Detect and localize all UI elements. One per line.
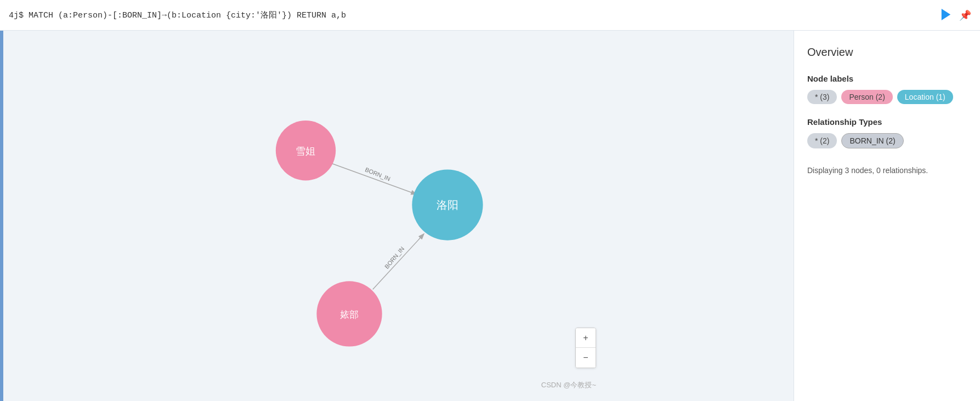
badge-born-in[interactable]: BORN_IN (2) bbox=[841, 133, 903, 148]
zoom-in-button[interactable]: + bbox=[576, 328, 596, 348]
edge-person2-luoyang bbox=[373, 234, 423, 289]
display-info: Displaying 3 nodes, 0 relationships. bbox=[807, 166, 967, 175]
badge-location[interactable]: Location (1) bbox=[897, 90, 953, 104]
zoom-controls: + − bbox=[575, 328, 596, 368]
badge-all-rels[interactable]: * (2) bbox=[807, 133, 837, 148]
node-person2-label: 㛄部 bbox=[340, 310, 359, 320]
node-labels-heading: Node labels bbox=[807, 74, 967, 83]
node-labels-section: Node labels * (3) Person (2) Location (1… bbox=[807, 74, 967, 106]
relationship-types-section: Relationship Types * (2) BORN_IN (2) bbox=[807, 117, 967, 151]
edge-xueji-luoyang bbox=[332, 164, 416, 194]
edge-label-1: BORN_IN bbox=[364, 166, 392, 182]
watermark: CSDN @今教授~ bbox=[541, 380, 596, 390]
top-bar: 4j$ MATCH (a:Person)-[:BORN_IN]→(b:Locat… bbox=[0, 0, 980, 31]
badge-all-nodes[interactable]: * (3) bbox=[807, 90, 837, 104]
pin-icon: 📌 bbox=[959, 9, 971, 21]
badge-person[interactable]: Person (2) bbox=[841, 90, 892, 104]
graph-svg: BORN_IN BORN_IN 雪姐 洛阳 㛄部 bbox=[3, 31, 794, 401]
main-area: BORN_IN BORN_IN 雪姐 洛阳 㛄部 + − CSDN @今教授~ … bbox=[0, 31, 980, 401]
query-display: 4j$ MATCH (a:Person)-[:BORN_IN]→(b:Locat… bbox=[9, 10, 971, 20]
sidebar: Overview Node labels * (3) Person (2) Lo… bbox=[794, 31, 980, 401]
graph-canvas[interactable]: BORN_IN BORN_IN 雪姐 洛阳 㛄部 + − CSDN @今教授~ bbox=[3, 31, 794, 401]
node-badges: * (3) Person (2) Location (1) bbox=[807, 90, 967, 104]
run-button[interactable] bbox=[938, 7, 954, 24]
zoom-out-button[interactable]: − bbox=[576, 348, 596, 368]
sidebar-title: Overview bbox=[807, 46, 967, 59]
relationship-types-heading: Relationship Types bbox=[807, 117, 967, 127]
node-luoyang-label: 洛阳 bbox=[437, 199, 458, 211]
svg-marker-0 bbox=[942, 9, 950, 20]
relationship-badges: * (2) BORN_IN (2) bbox=[807, 133, 967, 148]
node-xueji-label: 雪姐 bbox=[296, 146, 316, 157]
